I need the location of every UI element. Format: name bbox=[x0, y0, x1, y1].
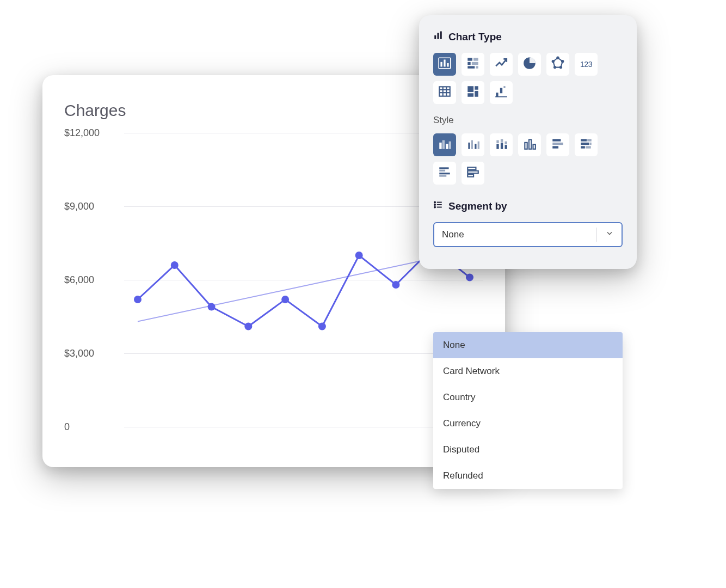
svg-rect-27 bbox=[467, 93, 473, 97]
horizontal-b-icon bbox=[579, 137, 593, 153]
y-tick-label: $9,000 bbox=[64, 201, 94, 212]
settings-panel: Chart Type 123 Style Segment by None Non… bbox=[419, 15, 637, 269]
svg-point-17 bbox=[554, 66, 556, 68]
gridline bbox=[124, 427, 483, 427]
chart-type-pie-button[interactable] bbox=[518, 53, 541, 76]
segment-dropdown: NoneCard NetworkCountryCurrencyDisputedR… bbox=[433, 332, 623, 489]
svg-rect-28 bbox=[496, 93, 498, 97]
svg-rect-42 bbox=[501, 143, 503, 149]
chart-type-treemap-button[interactable] bbox=[462, 81, 484, 104]
svg-rect-49 bbox=[552, 139, 561, 141]
chart-type-number-button[interactable]: 123 bbox=[575, 53, 598, 76]
style-stacked-vertical-button[interactable] bbox=[490, 133, 513, 156]
data-point bbox=[466, 274, 473, 281]
svg-rect-6 bbox=[447, 63, 448, 67]
svg-rect-30 bbox=[503, 86, 505, 88]
svg-rect-4 bbox=[440, 62, 442, 67]
style-horizontal-d-button[interactable] bbox=[462, 162, 484, 185]
number-icon: 123 bbox=[580, 60, 592, 69]
svg-rect-40 bbox=[496, 144, 499, 149]
segment-option-country[interactable]: Country bbox=[433, 384, 623, 411]
svg-rect-58 bbox=[439, 167, 448, 169]
bar-chart-icon bbox=[433, 30, 443, 43]
segment-option-refunded[interactable]: Refunded bbox=[433, 463, 623, 489]
svg-rect-34 bbox=[446, 144, 448, 149]
segment-option-disputed[interactable]: Disputed bbox=[433, 437, 623, 463]
treemap-icon bbox=[466, 84, 480, 101]
svg-rect-37 bbox=[471, 140, 473, 149]
svg-rect-55 bbox=[590, 143, 592, 145]
svg-point-14 bbox=[557, 57, 558, 59]
data-point bbox=[171, 261, 179, 269]
svg-point-69 bbox=[434, 206, 435, 207]
svg-rect-33 bbox=[442, 140, 445, 149]
svg-rect-25 bbox=[475, 86, 478, 90]
data-point bbox=[355, 252, 363, 259]
segment-option-currency[interactable]: Currency bbox=[433, 411, 623, 437]
horizontal-d-icon bbox=[466, 165, 480, 181]
list-icon bbox=[433, 200, 443, 212]
y-tick-label: $6,000 bbox=[64, 274, 94, 286]
y-tick-label: $12,000 bbox=[64, 127, 100, 139]
svg-rect-8 bbox=[473, 58, 478, 60]
table-icon bbox=[438, 84, 452, 101]
style-outlined-vertical-button[interactable] bbox=[518, 133, 541, 156]
chart-type-waterfall-button[interactable] bbox=[490, 81, 513, 104]
svg-rect-47 bbox=[529, 139, 531, 149]
radar-icon bbox=[551, 56, 565, 72]
svg-rect-41 bbox=[496, 140, 499, 143]
chart-type-radar-button[interactable] bbox=[546, 53, 569, 76]
style-horizontal-b-button[interactable] bbox=[575, 133, 598, 156]
chart-type-bar-button[interactable] bbox=[433, 53, 456, 76]
data-point bbox=[318, 323, 326, 330]
svg-rect-38 bbox=[475, 144, 476, 149]
chart-type-heading: Chart Type bbox=[433, 30, 623, 43]
style-horizontal-a-button[interactable] bbox=[546, 133, 569, 156]
svg-rect-0 bbox=[434, 35, 436, 39]
chart-type-line-button[interactable] bbox=[490, 53, 513, 76]
chart-type-grid: 123 bbox=[433, 53, 623, 104]
svg-rect-64 bbox=[467, 174, 473, 176]
svg-rect-29 bbox=[500, 88, 502, 94]
chart-type-label: Chart Type bbox=[448, 31, 502, 43]
svg-rect-19 bbox=[439, 87, 450, 96]
stacked-bar-icon bbox=[466, 56, 480, 72]
svg-rect-1 bbox=[438, 33, 439, 39]
svg-rect-26 bbox=[475, 91, 478, 97]
segment-heading: Segment by bbox=[433, 200, 623, 212]
segment-select[interactable]: None bbox=[433, 222, 623, 247]
svg-rect-45 bbox=[505, 142, 507, 144]
svg-rect-57 bbox=[586, 146, 591, 148]
data-point bbox=[392, 281, 399, 289]
segment-option-card-network[interactable]: Card Network bbox=[433, 358, 623, 384]
svg-rect-46 bbox=[525, 143, 527, 149]
pie-icon bbox=[522, 56, 537, 72]
svg-rect-36 bbox=[468, 143, 470, 149]
select-divider bbox=[596, 228, 596, 242]
horizontal-a-icon bbox=[551, 137, 565, 153]
style-horizontal-c-button[interactable] bbox=[433, 162, 456, 185]
outlined-vertical-icon bbox=[522, 137, 537, 153]
data-point bbox=[208, 303, 216, 311]
data-point bbox=[281, 296, 289, 303]
svg-rect-5 bbox=[444, 60, 445, 67]
svg-rect-56 bbox=[581, 146, 585, 148]
style-separated-vertical-button[interactable] bbox=[462, 133, 484, 156]
svg-rect-44 bbox=[505, 145, 507, 149]
chart-type-stacked-bar-button[interactable] bbox=[462, 53, 484, 76]
svg-point-18 bbox=[552, 60, 554, 62]
style-grid bbox=[433, 133, 623, 185]
style-grouped-vertical-button[interactable] bbox=[433, 133, 456, 156]
segment-select-value: None bbox=[442, 229, 464, 240]
svg-rect-43 bbox=[501, 139, 503, 142]
svg-rect-35 bbox=[449, 142, 451, 149]
svg-rect-48 bbox=[533, 144, 536, 149]
svg-point-65 bbox=[434, 201, 435, 203]
horizontal-c-icon bbox=[438, 165, 452, 181]
chart-type-table-button[interactable] bbox=[433, 81, 456, 104]
svg-rect-24 bbox=[467, 86, 473, 92]
separated-vertical-icon bbox=[466, 137, 480, 153]
svg-rect-39 bbox=[478, 142, 479, 149]
segment-label: Segment by bbox=[448, 200, 507, 212]
segment-option-none[interactable]: None bbox=[433, 332, 623, 358]
